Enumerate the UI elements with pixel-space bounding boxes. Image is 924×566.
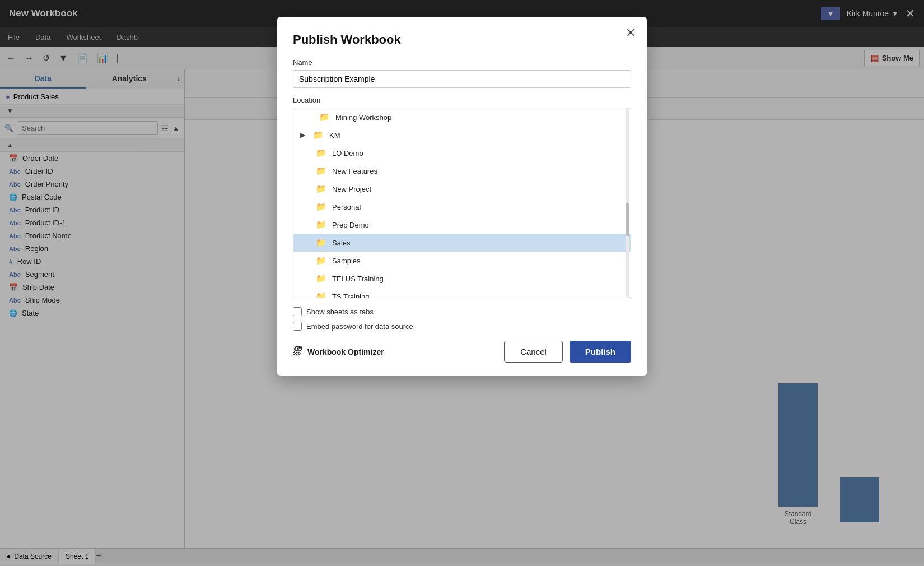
folder-icon: 📁 (316, 148, 326, 158)
scrollbar-thumb[interactable] (626, 203, 629, 236)
folder-label: Personal (332, 203, 361, 211)
folder-new-features[interactable]: 📁 New Features (293, 162, 631, 180)
modal-overlay: Publish Workbook ✕ Name Location 📁 Minin… (0, 0, 924, 566)
cancel-button[interactable]: Cancel (504, 341, 563, 363)
folder-icon: 📁 (319, 112, 330, 122)
folder-label: KM (329, 131, 340, 140)
folder-icon: 📁 (316, 291, 326, 298)
optimizer-label: Workbook Optimizer (307, 347, 384, 356)
folder-lo-demo[interactable]: 📁 LO Demo (293, 144, 631, 162)
folder-personal[interactable]: 📁 Personal (293, 198, 631, 216)
folder-label: TS Training (332, 293, 369, 299)
folder-icon: 📁 (316, 202, 326, 212)
publish-workbook-modal: Publish Workbook ✕ Name Location 📁 Minin… (277, 17, 647, 376)
folder-prep-demo[interactable]: 📁 Prep Demo (293, 216, 631, 234)
folder-samples[interactable]: 📁 Samples (293, 252, 631, 270)
folder-label: New Features (332, 167, 377, 175)
folder-label: New Project (332, 185, 371, 193)
publish-button[interactable]: Publish (570, 341, 631, 363)
folder-new-project[interactable]: 📁 New Project (293, 180, 631, 198)
folder-label: Mining Workshop (335, 113, 391, 122)
embed-password-checkbox[interactable] (293, 322, 302, 331)
folder-label: TELUS Training (332, 275, 384, 283)
folder-km[interactable]: ▶ 📁 KM (293, 126, 631, 144)
modal-footer: ⛈ Workbook Optimizer Cancel Publish (293, 341, 631, 363)
location-list[interactable]: 📁 Mining Workshop ▶ 📁 KM 📁 LO Demo 📁 New… (293, 108, 631, 298)
folder-sales[interactable]: 📁 Sales (293, 234, 631, 252)
name-input[interactable] (293, 70, 631, 88)
location-label: Location (293, 96, 631, 104)
modal-title: Publish Workbook (293, 33, 631, 47)
embed-password-row: Embed password for data source (293, 322, 631, 331)
folder-icon: 📁 (313, 130, 324, 140)
folder-label: LO Demo (332, 149, 363, 157)
folder-label: Samples (332, 257, 361, 265)
folder-icon: 📁 (316, 184, 326, 194)
workbook-optimizer-link[interactable]: ⛈ Workbook Optimizer (293, 346, 384, 358)
folder-ts-training[interactable]: 📁 TS Training (293, 287, 631, 298)
folder-icon: 📁 (316, 166, 326, 176)
show-tabs-label: Show sheets as tabs (306, 308, 374, 316)
folder-icon: 📁 (316, 238, 326, 248)
expand-km-button[interactable]: ▶ (298, 131, 307, 139)
folder-mining-workshop[interactable]: 📁 Mining Workshop (293, 108, 631, 126)
scrollbar-track (626, 108, 629, 298)
optimizer-icon: ⛈ (293, 346, 303, 358)
folder-icon: 📁 (316, 273, 326, 284)
folder-icon: 📁 (316, 220, 326, 230)
folder-label: Sales (332, 239, 351, 247)
footer-buttons: Cancel Publish (504, 341, 631, 363)
folder-label: Prep Demo (332, 221, 369, 229)
modal-close-button[interactable]: ✕ (626, 26, 636, 40)
name-label: Name (293, 58, 631, 67)
show-tabs-row: Show sheets as tabs (293, 307, 631, 316)
folder-icon: 📁 (316, 256, 326, 266)
show-tabs-checkbox[interactable] (293, 307, 302, 316)
embed-password-label: Embed password for data source (306, 322, 413, 331)
folder-telus-training[interactable]: 📁 TELUS Training (293, 270, 631, 287)
